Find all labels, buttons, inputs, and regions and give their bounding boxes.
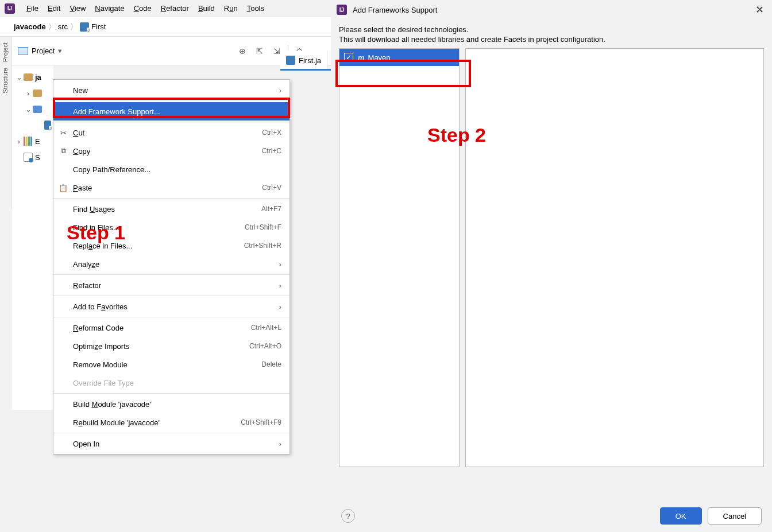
technologies-list[interactable]: ✓ m Maven — [339, 48, 460, 467]
expand-icon[interactable]: ⇱ — [254, 46, 265, 56]
context-menu: New› Add Framework Support... ✂CutCtrl+X… — [53, 79, 290, 455]
annotation-step2: Step 2 — [427, 124, 486, 146]
tree-scratches[interactable]: S — [12, 149, 53, 165]
chevron-right-icon: 〉 — [70, 22, 78, 32]
left-tool-strip: Project Structure — [0, 37, 12, 209]
dialog-title: Add Frameworks Support — [353, 6, 437, 14]
ctx-build-module[interactable]: Build Module 'javacode' — [53, 395, 290, 413]
help-button[interactable]: ? — [341, 509, 355, 523]
java-file-icon — [80, 22, 89, 32]
menubar: IJ File Edit View Navigate Code Refactor… — [0, 0, 331, 17]
technology-details-pane — [465, 48, 764, 467]
project-tree: ⌄ja › ⌄ › E S — [12, 65, 53, 410]
chevron-right-icon: › — [279, 440, 281, 448]
ctx-paste[interactable]: 📋PasteCtrl+V — [53, 178, 290, 197]
close-icon[interactable]: ✕ — [755, 3, 764, 16]
ctx-new[interactable]: New› — [53, 81, 290, 99]
java-file-icon — [44, 121, 51, 130]
ok-button[interactable]: OK — [660, 507, 702, 525]
breadcrumb-root[interactable]: javacode — [14, 22, 46, 31]
breadcrumb: javacode 〉 src 〉 First — [0, 17, 331, 37]
ctx-copy-path[interactable]: Copy Path/Reference... — [53, 160, 290, 178]
menu-code[interactable]: Code — [129, 4, 156, 13]
annotation-step1: Step 1 — [67, 222, 125, 244]
tree-item[interactable]: ⌄ — [12, 101, 53, 117]
breadcrumb-src[interactable]: src — [58, 22, 68, 31]
ctx-analyze[interactable]: Analyze› — [53, 255, 290, 273]
dialog-description-1: Please select the desired technologies. — [339, 25, 764, 34]
chevron-right-icon: › — [279, 302, 281, 311]
editor-tab-first[interactable]: First.ja — [280, 51, 327, 70]
ctx-cut[interactable]: ✂CutCtrl+X — [53, 123, 290, 142]
ctx-rebuild-module[interactable]: Rebuild Module 'javacode'Ctrl+Shift+F9 — [53, 413, 290, 432]
copy-icon: ⧉ — [58, 146, 68, 156]
tree-external-libs[interactable]: › E — [12, 133, 53, 149]
breadcrumb-file[interactable]: First — [80, 22, 106, 32]
library-icon — [24, 137, 33, 146]
menu-view[interactable]: View — [65, 4, 90, 13]
project-label[interactable]: Project — [32, 46, 55, 55]
dialog-description-2: This will download all needed libraries … — [339, 35, 764, 44]
menu-navigate[interactable]: Navigate — [90, 4, 129, 13]
folder-icon — [24, 73, 33, 81]
tool-structure[interactable]: Structure — [2, 68, 9, 94]
menu-run[interactable]: Run — [219, 4, 242, 13]
target-icon[interactable]: ⊕ — [237, 46, 248, 56]
ctx-reformat-code[interactable]: Reformat CodeCtrl+Alt+L — [53, 319, 290, 337]
menu-file[interactable]: File — [22, 4, 43, 13]
java-file-icon — [286, 56, 295, 65]
tree-item[interactable]: › — [12, 85, 53, 101]
tree-file[interactable] — [12, 117, 53, 133]
annotation-box-1 — [53, 98, 290, 118]
ctx-find-usages[interactable]: Find UsagesAlt+F7 — [53, 200, 290, 218]
ctx-refactor[interactable]: Refactor› — [53, 276, 290, 294]
cut-icon: ✂ — [58, 127, 68, 138]
annotation-box-2 — [335, 60, 471, 87]
chevron-right-icon: 〉 — [48, 22, 56, 32]
intellij-icon: IJ — [5, 3, 15, 14]
chevron-down-icon[interactable]: ▾ — [58, 46, 62, 55]
ctx-remove-module[interactable]: Remove ModuleDelete — [53, 355, 290, 374]
folder-icon — [33, 106, 42, 113]
active-tab-indicator — [280, 69, 331, 71]
menu-tools[interactable]: Tools — [242, 4, 269, 13]
menu-refactor[interactable]: Refactor — [156, 4, 194, 13]
dialog-titlebar: IJ Add Frameworks Support ✕ — [331, 0, 772, 20]
ctx-optimize-imports[interactable]: Optimize ImportsCtrl+Alt+O — [53, 337, 290, 355]
project-icon — [18, 47, 28, 55]
dialog-body: Please select the desired technologies. … — [331, 20, 772, 473]
menu-build[interactable]: Build — [194, 4, 219, 13]
folder-icon — [33, 90, 42, 97]
chevron-right-icon: › — [279, 281, 281, 290]
ctx-open-in[interactable]: Open In› — [53, 434, 290, 453]
chevron-right-icon: › — [279, 86, 281, 95]
chevron-right-icon: › — [279, 260, 281, 269]
ctx-copy[interactable]: ⧉CopyCtrl+C — [53, 142, 290, 160]
scratches-icon — [24, 153, 33, 162]
intellij-icon: IJ — [337, 5, 347, 15]
menu-edit[interactable]: Edit — [43, 4, 65, 13]
ctx-override-file-type: Override File Type — [53, 374, 290, 392]
paste-icon: 📋 — [58, 182, 68, 193]
tree-root[interactable]: ⌄ja — [12, 69, 53, 85]
dialog-footer: ? OK Cancel — [331, 500, 772, 532]
ctx-add-to-favorites[interactable]: Add to Favorites› — [53, 297, 290, 316]
cancel-button[interactable]: Cancel — [708, 507, 762, 525]
tool-project[interactable]: Project — [2, 42, 9, 62]
